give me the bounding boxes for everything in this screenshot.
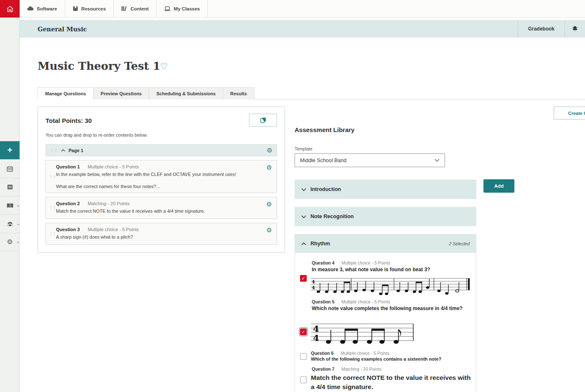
library-question-5: Question 5 Multiple choice - 5 Points Wh… [300, 299, 471, 345]
sidebar-item-settings[interactable]: ⚙ ▸ [0, 233, 20, 251]
page-label: Page 1 [69, 148, 83, 153]
question-type: Multiple choice - 5 Points [341, 260, 390, 265]
question-card-3[interactable]: ⋮⋮ Question 3 Multiple choice - 5 Points… [46, 223, 277, 245]
drag-handle-icon[interactable]: ⋮⋮ [49, 206, 56, 210]
home-button[interactable] [0, 0, 20, 18]
nav-item-resources[interactable]: Resources [65, 0, 114, 17]
question-text: Match the correct NOTE to the value it r… [311, 373, 471, 391]
question-text: A sharp sign (#) does what to a pitch? [56, 234, 262, 241]
library-question-4: Question 4 Multiple choice - 5 Points In… [300, 260, 471, 295]
page-title: Music Theory Test 1 [38, 60, 160, 72]
assessment-library-heading: Assessment Library [295, 126, 354, 133]
question-type: Multiple choice - 5 Points [88, 164, 139, 169]
gear-icon[interactable]: ⚙ [267, 201, 272, 207]
total-points-label: Total Points: 30 [46, 114, 92, 124]
section-label: Introduction [310, 186, 341, 192]
question-number: Question 5 [312, 299, 334, 304]
library-question-7: Question 7 Matching - 20 Points Match th… [300, 367, 471, 391]
drag-handle-icon[interactable]: ⋮⋮ [49, 232, 56, 236]
chevron-up-icon[interactable] [61, 149, 65, 152]
tab-results[interactable]: Results [223, 87, 254, 99]
question-number: Question 4 [312, 260, 334, 265]
calendar-icon [7, 166, 13, 172]
question-5-checkbox[interactable]: ✓ [300, 328, 307, 335]
nav-item-my-classes[interactable]: My Classes [157, 0, 208, 17]
cloud-icon [27, 6, 33, 11]
sidebar-item-classes[interactable]: ▸ [0, 214, 20, 233]
question-number: Question 7 [312, 367, 334, 372]
duplicate-button[interactable] [249, 114, 277, 127]
resource-book-icon [73, 6, 78, 11]
question-number: Question 2 [56, 201, 80, 206]
chevron-down-icon [301, 188, 306, 191]
tab-preview-questions[interactable]: Preview Questions [94, 87, 149, 99]
chevron-up-icon [301, 242, 306, 245]
check-icon: ✓ [301, 330, 305, 334]
course-bar: General Music Gradebook [20, 20, 585, 38]
nav-label: Resources [81, 6, 106, 11]
question-type: Matching - 20 Points [88, 201, 130, 206]
tab-manage-questions[interactable]: Manage Questions [38, 87, 94, 99]
nav-label: Content [130, 6, 148, 11]
gear-icon[interactable]: ⚙ [267, 227, 272, 233]
question-text: In the example below, refer to the line … [56, 171, 262, 178]
list-icon [7, 184, 13, 190]
section-rhythm[interactable]: Rhythm 2 Selected [295, 234, 476, 253]
sidebar-item-assignments[interactable] [0, 178, 20, 196]
drag-hint-text: You can drag and drop to re-order conten… [46, 132, 277, 137]
question-text: What are the correct names for these fou… [56, 184, 262, 189]
gear-icon[interactable]: ⚙ [267, 164, 272, 171]
app-window: Software Resources Content My Classes + [0, 0, 585, 392]
nav-label: My Classes [174, 6, 200, 11]
question-number: Question 6 [311, 351, 333, 356]
add-button[interactable]: Add [483, 179, 514, 193]
copy-icon [260, 117, 266, 123]
section-note-recognition[interactable]: Note Recognition [295, 207, 476, 226]
drag-handle-icon[interactable]: ⋮⋮ [50, 148, 58, 152]
page-group-header[interactable]: ⋮⋮ Page 1 ⚙ [46, 144, 277, 156]
users-icon [7, 221, 13, 227]
questions-panel: Total Points: 30 You can drag and drop t… [38, 107, 285, 253]
gradebook-button[interactable]: Gradebook [518, 20, 565, 38]
question-type: Multiple choice - 5 Points [341, 351, 389, 356]
svg-text:4: 4 [313, 333, 319, 343]
tab-scheduling-submissions[interactable]: Scheduling & Submissions [149, 87, 223, 99]
section-introduction[interactable]: Introduction [295, 180, 476, 199]
sidebar-item-calendar[interactable] [0, 159, 20, 178]
favorite-heart-icon[interactable]: ♡ [160, 61, 168, 71]
question-7-checkbox[interactable] [300, 377, 307, 383]
notifications-button[interactable] [565, 20, 585, 38]
chevron-right-icon: ▸ [18, 222, 19, 226]
question-number: Question 1 [56, 164, 80, 169]
plus-icon: + [8, 145, 13, 155]
create-question-button[interactable]: Create Qu [554, 107, 585, 120]
svg-text:4: 4 [312, 279, 315, 285]
question-text: Which note value completes the following… [312, 305, 471, 311]
gear-icon: ⚙ [7, 239, 13, 245]
chevron-right-icon: ▸ [18, 204, 19, 207]
add-content-button[interactable]: + [0, 141, 20, 159]
question-4-checkbox[interactable]: ✓ [300, 275, 307, 282]
nav-item-software[interactable]: Software [20, 0, 65, 17]
question-text: Match the correct NOTE to the value it r… [56, 208, 262, 215]
gear-icon[interactable]: ⚙ [267, 147, 272, 153]
chevron-down-icon [301, 215, 306, 218]
course-title: General Music [20, 20, 518, 38]
drag-handle-icon[interactable]: ⋮⋮ [49, 175, 56, 178]
template-selected-value: Middle School Band [300, 158, 346, 163]
question-card-1[interactable]: ⋮⋮ Question 1 Multiple choice - 5 Points… [46, 160, 277, 193]
question-6-checkbox[interactable] [300, 353, 307, 360]
template-select[interactable]: Middle School Band [295, 153, 445, 167]
question-type: Matching - 20 Points [341, 367, 382, 372]
question-type: Multiple choice - 5 Points [88, 227, 139, 232]
svg-text:4: 4 [312, 285, 315, 290]
chevron-right-icon: ▸ [18, 240, 19, 244]
sidebar-item-library[interactable]: ▸ [0, 196, 20, 214]
nav-item-content[interactable]: Content [114, 0, 156, 17]
music-notation-q5: 4 4 [311, 319, 415, 345]
library-question-6: Question 6 Multiple choice - 5 Points Wh… [300, 351, 471, 362]
home-icon [6, 5, 14, 13]
question-card-2[interactable]: ⋮⋮ Question 2 Matching - 20 Points Match… [46, 197, 277, 219]
question-number: Question 3 [56, 227, 80, 232]
section-label: Note Recognition [310, 214, 354, 219]
